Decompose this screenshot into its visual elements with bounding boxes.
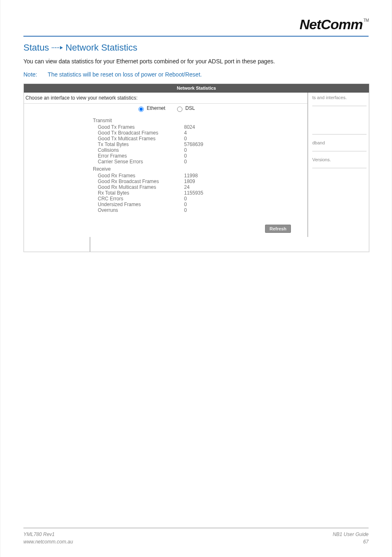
interface-radio-group: Ethernet DSL: [24, 104, 307, 113]
brand-name: NetComm: [300, 16, 363, 32]
radio-dsl-label: DSL: [185, 105, 195, 111]
table-row: Good Tx Broadcast Frames4: [98, 130, 307, 136]
intro-paragraph: You can view data statistics for your Et…: [23, 57, 369, 65]
radio-dsl[interactable]: DSL: [175, 105, 195, 111]
receive-section-label: Receive: [93, 166, 307, 172]
heading-part-netstats: Network Statistics: [65, 42, 137, 53]
screenshot-bottom-strip: [24, 237, 369, 252]
radio-dsl-input[interactable]: [177, 107, 182, 112]
choose-interface-label: Choose an interface to view your network…: [24, 93, 307, 104]
heading-part-status: Status: [23, 42, 49, 53]
radio-ethernet-label: Ethernet: [147, 105, 165, 111]
table-row: Rx Total Bytes1155935: [98, 190, 307, 196]
note-line: Note: The statistics will be reset on lo…: [23, 71, 369, 78]
dotted-arrow-icon: [51, 46, 63, 49]
stats-block: Transmit Good Tx Frames8024 Good Tx Broa…: [24, 113, 307, 217]
table-row: Error Frames0: [98, 153, 307, 159]
side-text-3: Versions.: [312, 157, 367, 162]
radio-ethernet-input[interactable]: [138, 107, 144, 112]
table-row: Collisions0: [98, 147, 307, 153]
screenshot-main-column: Choose an interface to view your network…: [24, 93, 307, 237]
table-row: Undersized Frames0: [98, 202, 307, 207]
screenshot-side-column: ts and interfaces. dband Versions.: [307, 93, 369, 237]
table-row: Good Tx Multicast Frames0: [98, 136, 307, 142]
side-separator: [312, 134, 367, 135]
table-row: Overruns0: [98, 207, 307, 213]
side-separator: [312, 106, 367, 106]
header-rule: [23, 36, 369, 37]
screenshot-panel: Network Statistics Choose an interface t…: [23, 84, 369, 252]
table-row: Good Rx Frames11998: [98, 173, 307, 179]
transmit-section-label: Transmit: [93, 118, 307, 123]
side-text-2: dband: [312, 140, 367, 145]
footer-guide-name: NB1 User Guide: [333, 531, 369, 538]
table-row: CRC Errors0: [98, 196, 307, 202]
footer-doc-rev: YML780 Rev1: [23, 531, 73, 538]
side-text-1: ts and interfaces.: [312, 95, 367, 100]
footer-left: YML780 Rev1 www.netcomm.com.au: [23, 531, 73, 545]
note-text: The statistics will be reset on loss of …: [48, 71, 202, 78]
screenshot-title: Network Statistics: [24, 84, 369, 93]
table-row: Good Rx Multicast Frames24: [98, 184, 307, 190]
table-row: Good Rx Broadcast Frames1809: [98, 179, 307, 184]
side-separator: [312, 168, 367, 168]
page-footer: YML780 Rev1 www.netcomm.com.au NB1 User …: [23, 528, 369, 545]
radio-ethernet[interactable]: Ethernet: [136, 105, 167, 111]
brand-logo: NetComm TM: [300, 16, 369, 32]
table-row: Tx Total Bytes5768639: [98, 142, 307, 147]
trademark: TM: [364, 18, 369, 23]
brand-logo-row: NetComm TM: [23, 16, 369, 36]
footer-url: www.netcomm.com.au: [23, 538, 73, 545]
side-separator: [312, 151, 367, 151]
footer-page-number: 67: [333, 538, 369, 545]
footer-right: NB1 User Guide 67: [333, 531, 369, 545]
table-row: Carrier Sense Errors0: [98, 159, 307, 165]
note-label: Note:: [23, 71, 37, 78]
page-heading: Status Network Statistics: [23, 42, 369, 53]
table-row: Good Tx Frames8024: [98, 124, 307, 130]
footer-rule: [23, 528, 369, 528]
refresh-button[interactable]: Refresh: [265, 225, 291, 233]
